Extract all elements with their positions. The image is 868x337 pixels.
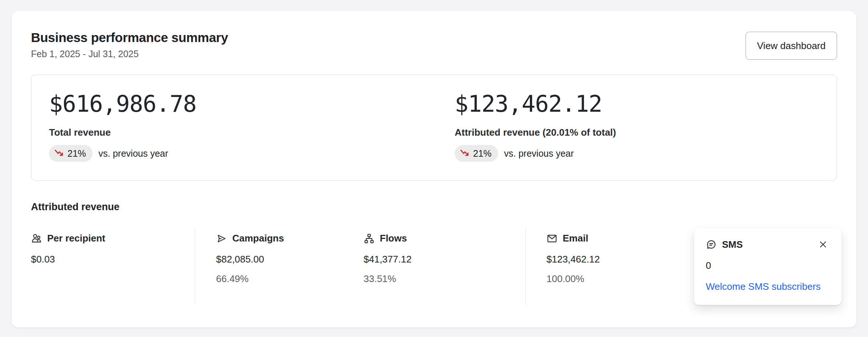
page-title: Business performance summary	[31, 30, 228, 45]
header-text: Business performance summary Feb 1, 2025…	[31, 30, 228, 59]
business-performance-card: Business performance summary Feb 1, 2025…	[12, 11, 856, 327]
metric-label: Flows	[380, 233, 407, 244]
metric-value: $41,377.12	[364, 254, 525, 265]
view-dashboard-button[interactable]: View dashboard	[746, 32, 837, 60]
change-percent: 21%	[473, 148, 492, 159]
attributed-revenue-block: $123,462.12 Attributed revenue (20.01% o…	[455, 90, 819, 162]
metric-email: Email $123,462.12 100.00%	[526, 228, 694, 305]
metric-header: Flows	[364, 233, 525, 244]
close-sms-card-button[interactable]	[816, 238, 830, 251]
mail-icon	[546, 233, 558, 244]
total-revenue-value: $616,986.78	[49, 90, 455, 117]
view-dashboard-label: View dashboard	[757, 40, 826, 52]
comparison-label: vs. previous year	[98, 148, 168, 159]
welcome-sms-subscribers-link[interactable]: Welcome SMS subscribers	[706, 281, 821, 292]
sms-title-group: SMS	[706, 239, 816, 250]
attributed-revenue-change-row: 21% vs. previous year	[455, 145, 819, 162]
flow-icon	[364, 233, 375, 244]
users-icon	[31, 233, 42, 244]
attributed-revenue-heading: Attributed revenue	[31, 201, 837, 213]
metric-value: $123,462.12	[546, 254, 694, 265]
metric-header: Campaigns	[216, 233, 364, 244]
metric-header: Per recipient	[31, 233, 195, 244]
metric-percent: 66.49%	[216, 273, 364, 285]
metrics-row: Per recipient $0.03 Campaigns $82,085.00…	[31, 228, 837, 305]
trend-down-icon	[53, 148, 65, 159]
metric-percent: 100.00%	[546, 273, 694, 285]
attributed-revenue-label: Attributed revenue (20.01% of total)	[455, 127, 819, 138]
metric-label: Email	[563, 233, 588, 244]
change-percent: 21%	[67, 148, 86, 159]
send-icon	[216, 233, 227, 244]
metric-header: Email	[546, 233, 694, 244]
metric-per-recipient: Per recipient $0.03	[31, 228, 195, 305]
metric-label: Per recipient	[47, 233, 105, 244]
sms-metric-card: SMS 0 Welcome SMS subscribers	[694, 228, 841, 305]
card-header: Business performance summary Feb 1, 2025…	[31, 30, 837, 60]
metric-percent: 33.51%	[364, 273, 525, 285]
metric-flows: Flows $41,377.12 33.51%	[364, 228, 525, 305]
total-revenue-label: Total revenue	[49, 127, 455, 138]
sms-card-header: SMS	[706, 238, 830, 251]
sms-value: 0	[706, 260, 830, 271]
total-revenue-change-row: 21% vs. previous year	[49, 145, 455, 162]
trend-down-icon	[459, 148, 470, 159]
sms-label: SMS	[722, 239, 743, 250]
comparison-label: vs. previous year	[504, 148, 574, 159]
metric-label: Campaigns	[232, 233, 284, 244]
metric-campaigns: Campaigns $82,085.00 66.49%	[195, 228, 364, 305]
total-revenue-block: $616,986.78 Total revenue 21% vs. previo…	[49, 90, 455, 162]
close-icon	[818, 239, 828, 250]
metric-value: $0.03	[31, 254, 195, 265]
revenue-summary-card: $616,986.78 Total revenue 21% vs. previo…	[31, 74, 837, 181]
sms-bubble-icon	[706, 239, 717, 250]
attributed-revenue-value: $123,462.12	[455, 90, 819, 117]
change-badge: 21%	[455, 145, 498, 162]
date-range: Feb 1, 2025 - Jul 31, 2025	[31, 49, 228, 59]
metric-value: $82,085.00	[216, 254, 364, 265]
change-badge: 21%	[49, 145, 93, 162]
